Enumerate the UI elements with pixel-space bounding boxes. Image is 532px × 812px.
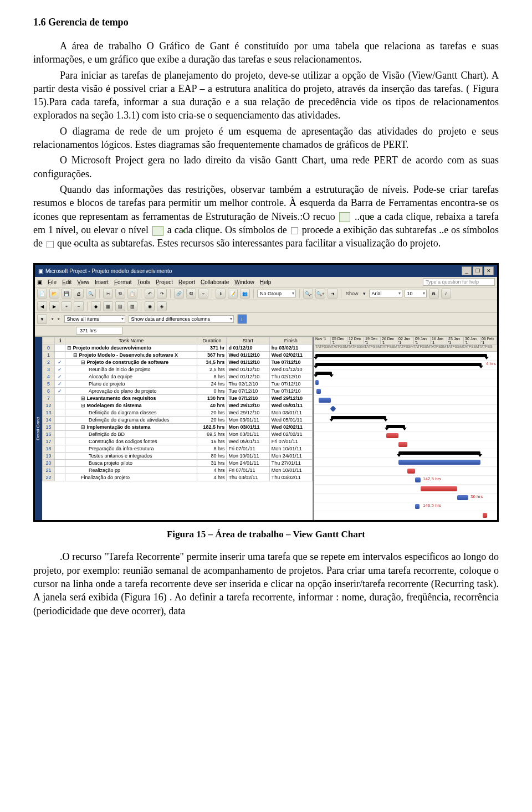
task-name-cell[interactable]: ⊟ Projeto de construção de software bbox=[65, 359, 197, 366]
outline-toggle-icon[interactable]: ⊟ bbox=[67, 345, 73, 351]
cut-icon[interactable]: ✂ bbox=[103, 289, 113, 299]
open-icon[interactable]: 📂 bbox=[49, 289, 59, 299]
gantt-row[interactable] bbox=[314, 414, 497, 423]
duration-cell[interactable]: 20 hrs bbox=[197, 409, 227, 417]
duration-cell[interactable]: 367 hrs bbox=[197, 352, 227, 359]
duration-cell[interactable]: 0 hrs bbox=[197, 388, 227, 395]
duration-cell[interactable]: 2,5 hrs bbox=[197, 366, 227, 373]
gantt-row[interactable] bbox=[314, 387, 497, 396]
table-row[interactable]: 14Definição do diagrama de atividades20 … bbox=[43, 417, 313, 424]
duration-cell[interactable]: 20 hrs bbox=[197, 417, 227, 424]
font-dropdown[interactable]: Arial bbox=[369, 290, 402, 297]
menu-collaborate[interactable]: Collaborate bbox=[201, 279, 229, 285]
gantt-bar[interactable] bbox=[316, 389, 321, 394]
print-icon[interactable]: 🖨 bbox=[74, 289, 84, 299]
gantt-bar[interactable] bbox=[457, 495, 468, 500]
row-number[interactable]: 14 bbox=[43, 417, 55, 424]
col-taskname[interactable]: Task Name bbox=[65, 337, 197, 345]
start-cell[interactable]: Mon 24/01/11 bbox=[227, 460, 269, 467]
task-name-cell[interactable]: ⊟ Implementação do sistema bbox=[65, 424, 197, 431]
gantt-bar[interactable] bbox=[407, 469, 415, 474]
start-cell[interactable]: d 01/12/10 bbox=[227, 345, 269, 352]
view-tab-detail-gantt[interactable]: Detail Gantt bbox=[35, 337, 42, 520]
menu-file[interactable]: File bbox=[48, 279, 57, 285]
show-label[interactable]: Show bbox=[345, 291, 360, 296]
menu-help[interactable]: Help bbox=[260, 279, 272, 285]
duration-cell[interactable]: 40 hrs bbox=[197, 402, 227, 409]
assign-icon[interactable]: 👥 bbox=[240, 289, 250, 299]
gantt-row[interactable] bbox=[314, 431, 497, 440]
gantt-row[interactable] bbox=[314, 485, 497, 494]
start-cell[interactable]: Thu 03/02/11 bbox=[227, 474, 269, 481]
row-number[interactable]: 15 bbox=[43, 424, 55, 431]
gantt-bar[interactable] bbox=[398, 442, 407, 447]
info-blue-icon[interactable]: i bbox=[237, 314, 247, 324]
gantt-row[interactable]: 142,5 hrs bbox=[314, 476, 497, 485]
duration-cell[interactable]: 130 hrs bbox=[197, 395, 227, 402]
copy-icon[interactable]: ⧉ bbox=[115, 289, 125, 299]
gantt-bar[interactable] bbox=[483, 513, 487, 518]
link-icon[interactable]: 🔗 bbox=[174, 289, 184, 299]
outline-toggle-icon[interactable]: ⊟ bbox=[81, 424, 87, 430]
finish-cell[interactable]: Wed 29/12/10 bbox=[269, 395, 312, 402]
row-number[interactable]: 7 bbox=[43, 395, 55, 402]
start-cell[interactable]: Fri 07/01/11 bbox=[227, 467, 269, 474]
duration-cell[interactable]: 182,5 hrs bbox=[197, 424, 227, 431]
row-number[interactable]: 17 bbox=[43, 438, 55, 445]
finish-cell[interactable]: Tue 07/12/10 bbox=[269, 381, 312, 388]
table-row[interactable]: 7⊞ Levantamento dos requisitos130 hrsTue… bbox=[43, 395, 313, 402]
gantt-row[interactable] bbox=[314, 449, 497, 458]
menu-report[interactable]: Report bbox=[178, 279, 195, 285]
gantt-bar[interactable] bbox=[315, 363, 482, 366]
row-number[interactable]: 1 bbox=[43, 352, 55, 359]
table-row[interactable]: 21Realização pp4 hrsFri 07/01/11Mon 10/0… bbox=[43, 467, 313, 474]
row-number[interactable]: 21 bbox=[43, 467, 55, 474]
row-number[interactable]: 19 bbox=[43, 453, 55, 460]
menu-window[interactable]: Window bbox=[234, 279, 254, 285]
split-icon[interactable]: ⫟ bbox=[198, 289, 208, 299]
row-number[interactable]: 0 bbox=[43, 345, 55, 352]
table-row[interactable]: 12⊟ Modelagem do sistema40 hrsWed 29/12/… bbox=[43, 402, 313, 409]
task-name-cell[interactable]: ⊟ Projeto modelo desenvolvimento bbox=[65, 345, 197, 352]
notes-icon[interactable]: 📝 bbox=[228, 289, 238, 299]
duration-cell[interactable]: 34,5 hrs bbox=[197, 359, 227, 366]
gantt-bar[interactable] bbox=[315, 372, 332, 375]
finish-cell[interactable]: Mon 10/01/11 bbox=[269, 445, 312, 453]
table-row[interactable]: 17Construção dos codigos fontes16 hrsWed… bbox=[43, 438, 313, 445]
gantt-row[interactable]: 146,5 hrs bbox=[314, 502, 497, 511]
zoom-out-icon[interactable]: 🔍- bbox=[303, 289, 313, 299]
duration-cell[interactable]: 8 hrs bbox=[197, 373, 227, 381]
table-row[interactable]: 3✓Reunião de inicio de projeto2,5 hrsWed… bbox=[43, 366, 313, 373]
task-name-cell[interactable]: Testes unitarios e integrados bbox=[65, 453, 197, 460]
table-row[interactable]: 0⊟ Projeto modelo desenvolvimento371 hrd… bbox=[43, 345, 313, 352]
gantt-bar[interactable] bbox=[330, 406, 336, 412]
finish-cell[interactable]: Mon 03/01/11 bbox=[269, 409, 312, 417]
tool-icon[interactable]: ◈ bbox=[157, 301, 167, 311]
gantt-row[interactable] bbox=[314, 423, 497, 431]
start-cell[interactable]: Wed 01/12/10 bbox=[227, 373, 269, 381]
task-name-cell[interactable]: ⊞ Levantamento dos requisitos bbox=[65, 395, 197, 402]
col-rownum[interactable] bbox=[43, 337, 55, 345]
finish-cell[interactable]: Thu 03/02/11 bbox=[269, 474, 312, 481]
task-name-cell[interactable]: Alocação da equipe bbox=[65, 373, 197, 381]
hide-subtasks-icon[interactable]: − bbox=[74, 301, 84, 311]
row-number[interactable]: 4 bbox=[43, 373, 55, 381]
gantt-bar[interactable] bbox=[421, 486, 457, 491]
menu-format[interactable]: Format bbox=[114, 279, 132, 285]
finish-cell[interactable]: Tue 07/12/10 bbox=[269, 388, 312, 395]
info-icon[interactable]: ℹ bbox=[216, 289, 226, 299]
task-name-cell[interactable]: Realização pp bbox=[65, 467, 197, 474]
table-row[interactable]: 18Preparação da infra-estrutura8 hrsFri … bbox=[43, 445, 313, 453]
row-number[interactable]: 22 bbox=[43, 474, 55, 481]
col-finish[interactable]: Finish bbox=[269, 337, 312, 345]
row-number[interactable]: 3 bbox=[43, 366, 55, 373]
gantt-row[interactable] bbox=[314, 511, 497, 520]
menu-view[interactable]: View bbox=[77, 279, 89, 285]
gantt-row[interactable] bbox=[314, 369, 497, 378]
row-number[interactable]: 18 bbox=[43, 445, 55, 453]
tool-icon[interactable]: ◉ bbox=[145, 301, 155, 311]
row-number[interactable]: 2 bbox=[43, 359, 55, 366]
table-row[interactable]: 2✓⊟ Projeto de construção de software34,… bbox=[43, 359, 313, 366]
start-cell[interactable]: Thu 02/12/10 bbox=[227, 381, 269, 388]
finish-cell[interactable]: Wed 05/01/11 bbox=[269, 417, 312, 424]
